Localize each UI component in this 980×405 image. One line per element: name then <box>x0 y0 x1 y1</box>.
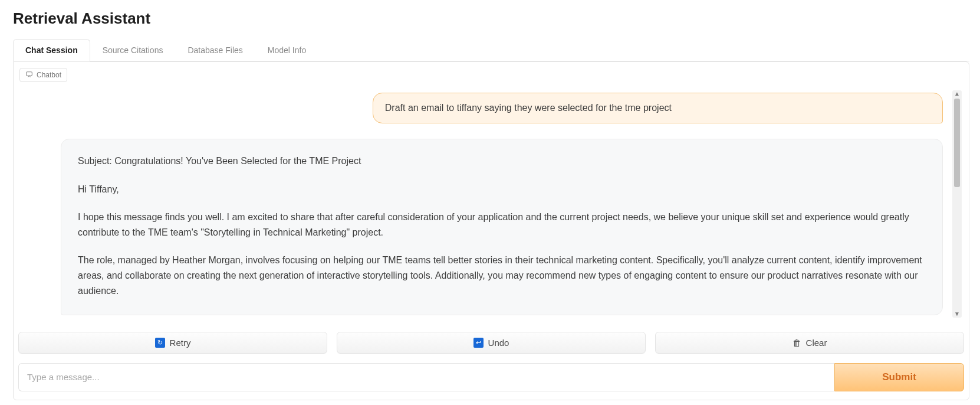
undo-label: Undo <box>488 338 509 348</box>
bot-paragraph-1: I hope this message finds you well. I am… <box>78 210 926 240</box>
retry-icon: ↻ <box>155 338 165 348</box>
undo-icon: ↩ <box>473 338 484 348</box>
page-title: Retrieval Assistant <box>13 9 969 28</box>
bot-subject-line: Subject: Congratulations! You've Been Se… <box>78 153 926 169</box>
tab-chat-session[interactable]: Chat Session <box>13 39 90 61</box>
scrollbar-thumb[interactable] <box>954 99 960 187</box>
scroll-up-icon[interactable]: ▲ <box>952 91 962 97</box>
input-row: Submit <box>18 363 964 391</box>
scroll-down-icon[interactable]: ▼ <box>952 311 962 317</box>
tab-database-files[interactable]: Database Files <box>175 39 255 61</box>
user-message: Draft an email to tiffany saying they we… <box>373 93 943 123</box>
chat-window: Draft an email to tiffany saying they we… <box>18 84 964 324</box>
tab-model-info[interactable]: Model Info <box>255 39 318 61</box>
chat-panel: Chatbot Draft an email to tiffany saying… <box>13 61 969 400</box>
undo-button[interactable]: ↩ Undo <box>337 332 646 354</box>
chatbot-tag: Chatbot <box>19 68 67 82</box>
chat-scrollbar[interactable]: ▲ ▼ <box>952 90 962 318</box>
tab-source-citations[interactable]: Source Citations <box>90 39 176 61</box>
submit-button[interactable]: Submit <box>834 363 964 391</box>
action-row: ↻ Retry ↩ Undo 🗑 Clear <box>18 332 964 354</box>
chat-icon <box>25 70 33 80</box>
retry-label: Retry <box>170 338 191 348</box>
bot-paragraph-2: The role, managed by Heather Morgan, inv… <box>78 253 926 298</box>
clear-label: Clear <box>806 338 827 348</box>
chatbot-tag-label: Chatbot <box>37 71 61 79</box>
retry-button[interactable]: ↻ Retry <box>18 332 327 354</box>
bot-greeting: Hi Tiffany, <box>78 182 926 197</box>
clear-button[interactable]: 🗑 Clear <box>655 332 964 354</box>
message-input[interactable] <box>18 363 834 391</box>
tab-bar: Chat Session Source Citations Database F… <box>13 38 969 61</box>
bot-message: Subject: Congratulations! You've Been Se… <box>61 139 943 315</box>
trash-icon: 🗑 <box>792 338 801 348</box>
svg-rect-0 <box>27 72 32 76</box>
